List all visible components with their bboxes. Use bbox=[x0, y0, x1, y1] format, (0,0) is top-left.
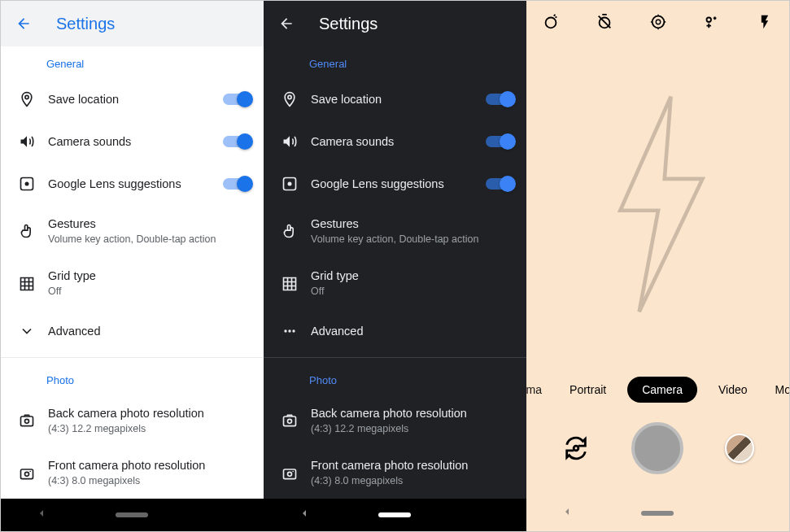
toggle-switch[interactable] bbox=[223, 136, 251, 147]
front-camera-resolution-row[interactable]: Front camera photo resolution(4:3) 8.0 m… bbox=[264, 447, 526, 499]
page-title: Settings bbox=[319, 15, 378, 33]
nav-home-pill[interactable] bbox=[116, 512, 148, 517]
mode-portrait[interactable]: Portrait bbox=[563, 378, 613, 401]
sublabel: (4:3) 12.2 megapixels bbox=[48, 423, 251, 436]
label: Back camera photo resolution bbox=[48, 406, 251, 421]
sublabel: Volume key action, Double-tap action bbox=[48, 233, 251, 246]
nav-home-pill[interactable] bbox=[641, 511, 674, 516]
toggle-switch[interactable] bbox=[486, 178, 513, 190]
shutter-button[interactable] bbox=[631, 422, 683, 474]
svg-point-22 bbox=[656, 20, 661, 24]
save-location-row[interactable]: Save location bbox=[1, 78, 264, 120]
face-retouch-icon[interactable] bbox=[648, 12, 668, 32]
advanced-row[interactable]: Advanced bbox=[1, 310, 264, 352]
location-pin-icon bbox=[280, 89, 299, 109]
svg-point-4 bbox=[25, 420, 29, 424]
toggle-switch[interactable] bbox=[486, 94, 513, 105]
grid-icon bbox=[280, 274, 299, 294]
svg-rect-16 bbox=[284, 469, 296, 479]
camera-sounds-row[interactable]: Camera sounds bbox=[264, 120, 526, 163]
camera-mode-bar: norama Portrait Camera Video More bbox=[526, 368, 789, 414]
speaker-icon bbox=[280, 132, 299, 151]
white-balance-icon[interactable] bbox=[701, 12, 721, 32]
grid-icon bbox=[17, 274, 37, 294]
grid-type-row[interactable]: Grid typeOff bbox=[1, 257, 264, 309]
mode-video[interactable]: Video bbox=[712, 378, 754, 401]
front-camera-resolution-row[interactable]: Front camera photo resolution(4:3) 8.0 m… bbox=[1, 447, 264, 499]
label: Save location bbox=[311, 92, 486, 107]
label: Advanced bbox=[311, 324, 513, 339]
nav-back-icon[interactable] bbox=[35, 507, 48, 523]
switch-camera-icon[interactable] bbox=[561, 434, 591, 463]
svg-point-21 bbox=[652, 16, 664, 28]
last-photo-thumbnail[interactable] bbox=[725, 434, 754, 463]
mode-panorama-partial[interactable]: norama bbox=[526, 378, 548, 401]
label: Grid type bbox=[48, 268, 251, 284]
section-general: General bbox=[264, 46, 526, 78]
back-arrow-icon[interactable] bbox=[277, 14, 296, 33]
sublabel: Off bbox=[48, 286, 251, 299]
label: Front camera photo resolution bbox=[311, 458, 513, 473]
camera-top-toolbar bbox=[526, 1, 789, 40]
mode-camera-active[interactable]: Camera bbox=[627, 377, 697, 403]
camera-rear-icon bbox=[280, 411, 299, 430]
system-nav-bar bbox=[264, 499, 526, 531]
mode-more[interactable]: More bbox=[769, 378, 789, 401]
svg-rect-3 bbox=[21, 416, 33, 426]
svg-point-15 bbox=[288, 420, 292, 424]
camera-sounds-row[interactable]: Camera sounds bbox=[1, 120, 264, 163]
label: Google Lens suggestions bbox=[311, 177, 486, 192]
flash-on-icon[interactable] bbox=[755, 12, 775, 32]
sublabel: (4:3) 8.0 megapixels bbox=[311, 475, 513, 488]
svg-point-7 bbox=[29, 470, 31, 472]
settings-list: General Save location Camera sounds Goog… bbox=[264, 46, 526, 499]
label: Back camera photo resolution bbox=[311, 406, 513, 421]
sublabel: (4:3) 12.2 megapixels bbox=[311, 423, 513, 436]
back-camera-resolution-row[interactable]: Back camera photo resolution(4:3) 12.2 m… bbox=[264, 395, 526, 447]
divider bbox=[264, 357, 526, 358]
settings-panel-light: Settings General Save location Camera so… bbox=[1, 1, 264, 531]
svg-point-13 bbox=[292, 329, 295, 332]
motion-icon[interactable] bbox=[541, 12, 561, 32]
nav-back-icon[interactable] bbox=[298, 507, 311, 523]
sublabel: (4:3) 8.0 megapixels bbox=[48, 475, 251, 488]
svg-point-10 bbox=[288, 182, 292, 186]
header: Settings bbox=[264, 1, 526, 46]
save-location-row[interactable]: Save location bbox=[264, 78, 526, 120]
camera-front-icon bbox=[17, 464, 37, 483]
back-arrow-icon[interactable] bbox=[14, 14, 33, 33]
sublabel: Off bbox=[311, 286, 513, 299]
svg-point-17 bbox=[288, 472, 292, 476]
grid-type-row[interactable]: Grid typeOff bbox=[264, 257, 526, 309]
camera-app-panel: norama Portrait Camera Video More bbox=[526, 1, 789, 531]
camera-viewfinder[interactable] bbox=[526, 40, 789, 368]
gestures-row[interactable]: GesturesVolume key action, Double-tap ac… bbox=[264, 205, 526, 257]
toggle-switch[interactable] bbox=[486, 136, 513, 147]
location-pin-icon bbox=[17, 89, 37, 109]
nav-back-icon[interactable] bbox=[561, 505, 574, 521]
label: Gestures bbox=[311, 216, 513, 232]
label: Front camera photo resolution bbox=[48, 458, 251, 473]
svg-point-0 bbox=[25, 95, 28, 98]
label: Camera sounds bbox=[311, 134, 486, 150]
advanced-row[interactable]: Advanced bbox=[264, 310, 526, 352]
lens-suggestions-row[interactable]: Google Lens suggestions bbox=[264, 163, 526, 205]
camera-bottom-controls bbox=[526, 414, 789, 499]
svg-point-24 bbox=[574, 446, 578, 451]
gestures-row[interactable]: GesturesVolume key action, Double-tap ac… bbox=[1, 205, 264, 257]
timer-off-icon[interactable] bbox=[595, 12, 614, 32]
section-photo: Photo bbox=[264, 363, 526, 395]
svg-point-23 bbox=[707, 18, 712, 23]
section-general: General bbox=[1, 46, 264, 78]
camera-rear-icon bbox=[17, 411, 37, 430]
triple-screenshot-container: Settings General Save location Camera so… bbox=[0, 0, 790, 532]
toggle-switch[interactable] bbox=[223, 94, 251, 105]
lens-suggestions-row[interactable]: Google Lens suggestions bbox=[1, 163, 264, 205]
label: Save location bbox=[48, 92, 223, 107]
toggle-switch[interactable] bbox=[223, 178, 251, 190]
svg-point-19 bbox=[546, 18, 556, 28]
back-camera-resolution-row[interactable]: Back camera photo resolution(4:3) 12.2 m… bbox=[1, 395, 264, 447]
nav-home-pill[interactable] bbox=[378, 512, 411, 517]
label: Google Lens suggestions bbox=[48, 177, 223, 192]
lens-icon bbox=[280, 174, 299, 194]
